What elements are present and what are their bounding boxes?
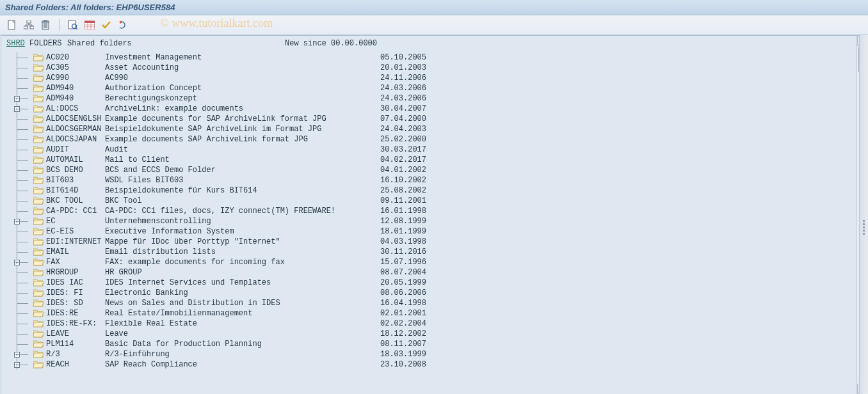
tree-connector (14, 226, 33, 237)
folder-description: HR GROUP (105, 267, 380, 278)
hierarchy-icon[interactable] (23, 19, 35, 31)
folder-description: R/3-Einführung (105, 349, 380, 359)
drag-handle-icon[interactable] (862, 220, 865, 239)
tree-row[interactable]: CA-PDC: CC1CA-PDC: CC1 files, docs, IZY … (14, 206, 862, 216)
svg-rect-3 (30, 26, 34, 29)
folder-icon (33, 74, 44, 82)
folder-date: 24.03.2006 (380, 93, 426, 104)
tree-row[interactable]: IDES: SDNews on Sales and Distribution i… (14, 298, 862, 308)
tree-row[interactable]: BIT614DBeispieldokumente für Kurs BIT614… (14, 185, 862, 196)
folder-icon (33, 187, 44, 194)
folder-description: Audit (105, 145, 380, 155)
svg-rect-14 (84, 21, 95, 23)
tree-row[interactable]: +AL:DOCSArchiveLink: example documents30… (14, 104, 862, 114)
refresh-icon[interactable] (117, 19, 129, 31)
folder-icon (33, 351, 44, 358)
watermark: © www.tutorialkart.com (160, 17, 273, 30)
tree-connector: + (14, 349, 33, 359)
tree-connector (14, 124, 33, 134)
tree-row[interactable]: +REACHSAP Reach Compliance23.10.2008 (14, 359, 862, 370)
expand-box-icon[interactable]: + (14, 352, 20, 358)
tree-row[interactable]: +FAXFAX: example documents for incoming … (14, 257, 862, 267)
tree-root[interactable]: SHRD FOLDERS Shared folders New since 00… (6, 38, 862, 49)
tree-row[interactable]: AUTOMAILMail to Client04.02.2017 (14, 155, 862, 165)
folder-description: WSDL Files BIT603 (105, 175, 380, 185)
folder-icon (33, 310, 44, 317)
folder-icon (33, 248, 44, 256)
tree-row[interactable]: EC-EISExecutive Information System18.01.… (14, 226, 862, 237)
tree-row[interactable]: IDES:RE-FX:Flexible Real Estate02.02.200… (14, 319, 862, 329)
folder-icon (33, 217, 44, 225)
calendar-icon[interactable] (84, 19, 95, 31)
tree-row[interactable]: BIT603WSDL Files BIT60316.10.2002 (14, 175, 862, 185)
folder-date: 07.04.2000 (380, 114, 426, 124)
tree-connector (14, 134, 33, 145)
tree-row[interactable]: ALDOCSGERMANBeispieldokumente SAP Archiv… (14, 124, 862, 134)
folder-description: Leave (105, 329, 380, 339)
expand-box-icon[interactable]: + (14, 96, 20, 102)
find-icon[interactable] (67, 19, 79, 31)
check-icon[interactable] (100, 19, 112, 31)
tree-row[interactable]: AUDITAudit30.03.2017 (14, 145, 862, 155)
folder-icon (33, 330, 44, 338)
tree-row[interactable]: PLM114Basic Data for Production Planning… (14, 339, 862, 349)
folder-code: ADM940 (46, 93, 105, 104)
tree-row[interactable]: IDES IACIDES Internet Services und Templ… (14, 278, 862, 288)
folder-tree: AC020Investment Management05.10.2005AC30… (6, 52, 862, 370)
folder-icon (33, 115, 44, 123)
tree-row[interactable]: IDES: FIElectronic Banking08.06.2006 (14, 288, 862, 298)
folder-code: ALDOCSGERMAN (46, 124, 105, 134)
tree-row[interactable]: AC990AC99024.11.2006 (14, 73, 862, 83)
expand-box-icon[interactable]: + (14, 106, 20, 112)
folder-date: 25.08.2002 (380, 185, 426, 196)
folder-code: BCS DEMO (46, 165, 105, 175)
tree-row[interactable]: LEAVELeave18.12.2002 (14, 329, 862, 339)
folder-description: Mappe für IDoc über Porttyp "Internet" (105, 237, 380, 247)
folder-description: AC990 (105, 73, 380, 83)
folder-date: 12.08.1999 (380, 216, 426, 226)
folder-icon (33, 197, 44, 205)
folder-icon (33, 177, 44, 184)
expand-box-icon[interactable]: + (14, 260, 20, 265)
document-icon[interactable] (6, 19, 18, 31)
tree-connector (14, 165, 33, 175)
tree-connector: + (14, 104, 33, 114)
tree-connector (14, 237, 33, 247)
tree-row[interactable]: ALDOCSJAPANExample documents SAP Archive… (14, 134, 862, 145)
folder-code: AC305 (46, 63, 105, 73)
delete-icon[interactable] (40, 19, 51, 31)
folder-date: 30.03.2017 (380, 145, 426, 155)
folder-date: 08.07.2004 (380, 267, 426, 278)
folder-code: HRGROUP (46, 267, 105, 278)
tree-row[interactable]: BCS DEMOBCS and ECCS Demo Folder04.01.20… (14, 165, 862, 175)
folder-code: LEAVE (46, 329, 105, 339)
tree-row[interactable]: IDES:REReal Estate/Immobilienmanagement0… (14, 308, 862, 319)
folder-description: FAX: example documents for incoming fax (105, 257, 380, 267)
expand-box-icon[interactable]: + (14, 219, 20, 225)
tree-row[interactable]: ALDOCSENGLSHExample documents for SAP Ar… (14, 114, 862, 124)
tree-row[interactable]: HRGROUPHR GROUP08.07.2004 (14, 267, 862, 278)
folder-icon (33, 258, 44, 266)
tree-row[interactable]: +R/3R/3-Einführung18.03.1999 (14, 349, 862, 359)
folder-description: IDES Internet Services und Templates (105, 278, 380, 288)
title-bar: Shared Folders: All folders: EHP6USER584 (0, 0, 868, 15)
tree-row[interactable]: ADM940Authorization Concept24.03.2006 (14, 83, 862, 93)
folder-icon (33, 320, 44, 327)
folder-description: News on Sales and Distribution in IDES (105, 298, 380, 308)
tree-connector (14, 339, 33, 349)
tree-connector: + (14, 257, 33, 267)
tree-row[interactable]: +ECUnternehmenscontrolling12.08.1999 (14, 216, 862, 226)
tree-row[interactable]: EMAILEmail distribution lists30.11.2016 (14, 247, 862, 257)
folder-description: Example documents for SAP ArchiveLink fo… (105, 114, 380, 124)
tree-row[interactable]: AC305Asset Accounting20.01.2003 (14, 63, 862, 73)
tree-row[interactable]: AC020Investment Management05.10.2005 (14, 52, 862, 63)
tree-row[interactable]: EDI:INTERNETMappe für IDoc über Porttyp … (14, 237, 862, 247)
tree-row[interactable]: BKC TOOLBKC Tool09.11.2001 (14, 196, 862, 206)
tree-row[interactable]: +ADM940Berechtigungskonzept24.03.2006 (14, 93, 862, 104)
folder-code: AC020 (46, 52, 105, 63)
folder-code: EC (46, 216, 105, 226)
folder-date: 24.04.2003 (380, 124, 426, 134)
expand-box-icon[interactable]: + (14, 362, 20, 368)
folder-date: 20.05.1999 (380, 278, 426, 288)
folder-code: ALDOCSJAPAN (46, 134, 105, 145)
